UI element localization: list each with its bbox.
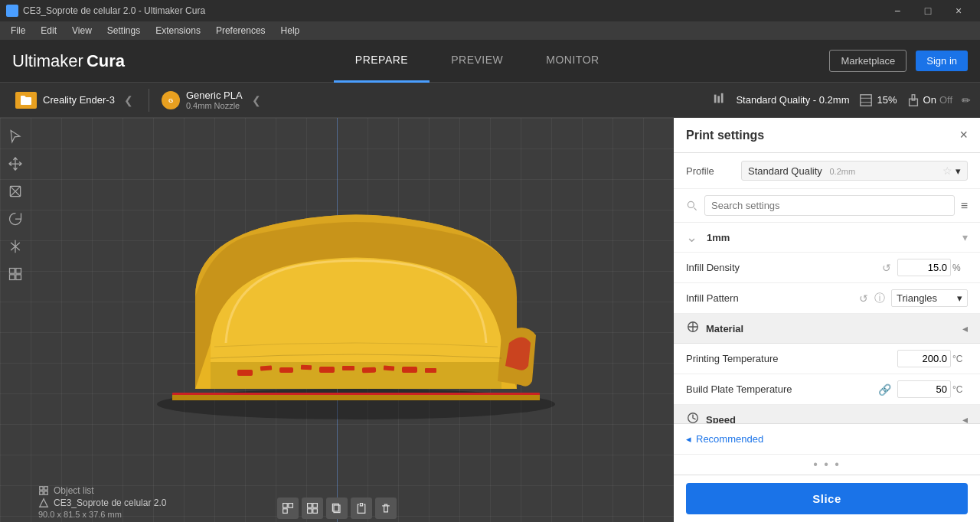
material-section-chevron[interactable]: ◂ <box>962 322 968 334</box>
svg-rect-9 <box>912 94 915 100</box>
move-tool-button[interactable] <box>3 152 28 176</box>
machine-name: Creality Ender-3 <box>43 94 115 106</box>
print-temp-label: Printing Temperature <box>686 353 891 364</box>
machine-chevron[interactable]: ❮ <box>121 91 136 109</box>
svg-rect-34 <box>308 504 312 508</box>
search-input[interactable] <box>704 195 955 216</box>
window-controls: − □ × <box>882 0 974 21</box>
print-panel: Print settings × Profile Standard Qualit… <box>674 118 980 522</box>
close-button[interactable]: × <box>943 0 974 21</box>
speed-header-left: Speed <box>686 411 736 423</box>
support-on: On <box>923 94 936 106</box>
svg-rect-24 <box>384 366 394 371</box>
maximize-button[interactable]: □ <box>913 0 943 21</box>
filter-icon[interactable]: ≡ <box>961 199 968 213</box>
paste-button[interactable] <box>351 498 372 519</box>
profile-label: Profile <box>686 165 732 177</box>
print-temp-input[interactable] <box>897 350 951 367</box>
slice-bar: Slice <box>674 475 980 522</box>
slice-button[interactable]: Slice <box>686 483 968 514</box>
build-plate-link-icon[interactable]: 🔗 <box>878 383 891 396</box>
material-info: Generic PLA 0.4mm Nozzle <box>186 90 243 110</box>
svg-rect-12 <box>16 269 21 274</box>
tab-monitor[interactable]: MONITOR <box>524 40 620 83</box>
tab-preview[interactable]: PREVIEW <box>430 40 524 83</box>
infill-section: 15% <box>859 93 897 107</box>
print-temp-row: Printing Temperature °C <box>674 344 980 374</box>
svg-rect-28 <box>44 487 47 490</box>
infill-density-input[interactable] <box>897 259 951 276</box>
infill-density-reset[interactable]: ↺ <box>882 262 891 274</box>
svg-rect-22 <box>342 366 354 370</box>
profile-row: Profile Standard Quality 0.2mm ☆ ▾ <box>674 153 980 189</box>
menu-edit[interactable]: Edit <box>33 21 64 40</box>
svg-point-40 <box>688 201 694 207</box>
dots: • • • <box>813 458 841 471</box>
infill-pattern-dropdown[interactable]: Triangles ▾ <box>891 289 968 307</box>
menu-file[interactable]: File <box>3 21 33 40</box>
menu-settings[interactable]: Settings <box>100 21 148 40</box>
app-icon <box>6 5 18 17</box>
object-dims: 90.0 x 81.5 x 37.6 mm <box>38 510 166 519</box>
menu-view[interactable]: View <box>64 21 100 40</box>
viewport[interactable]: Object list CE3_Soprote de celular 2.0 9… <box>0 118 674 522</box>
tab-prepare[interactable]: PREPARE <box>334 40 430 83</box>
scale-tool-button[interactable] <box>3 179 28 204</box>
chevron-down-icon[interactable]: ▾ <box>956 165 961 177</box>
panel-close-button[interactable]: × <box>959 127 968 143</box>
marketplace-button[interactable]: Marketplace <box>829 50 906 72</box>
material-section-header[interactable]: Material ◂ <box>674 314 980 344</box>
material-nozzle: 0.4mm Nozzle <box>186 101 243 110</box>
infill-pattern-value: Triangles <box>897 292 937 304</box>
rotate-tool-button[interactable] <box>3 207 28 231</box>
quality-name: Standard Quality - 0.2mm <box>736 94 849 106</box>
recommended-button[interactable]: ◂ Recommended <box>686 433 763 445</box>
model-3d <box>96 159 616 435</box>
star-icon[interactable]: ☆ <box>942 165 952 177</box>
material-section: G Generic PLA 0.4mm Nozzle ❮ <box>155 90 270 110</box>
profile-select[interactable]: Standard Quality 0.2mm ☆ ▾ <box>741 161 968 181</box>
profile-sub: 0.2mm <box>829 167 855 176</box>
per-model-settings-button[interactable] <box>3 262 28 286</box>
speed-section-header[interactable]: Speed ◂ <box>674 405 980 423</box>
minimize-button[interactable]: − <box>882 0 913 21</box>
mirror-tool-button[interactable] <box>3 234 28 259</box>
infill-pattern-reset[interactable]: ↺ <box>859 292 868 305</box>
menu-help[interactable]: Help <box>273 21 308 40</box>
object-list-toggle[interactable]: Object list <box>38 485 166 496</box>
infill-pattern-chevron: ▾ <box>957 292 962 304</box>
infill-pattern-setting: Infill Pattern ↺ ⓘ Triangles ▾ <box>674 283 980 314</box>
object-list-label: Object list <box>54 485 94 496</box>
speed-section-chevron[interactable]: ◂ <box>962 413 968 423</box>
svg-rect-35 <box>313 509 318 514</box>
copy-button[interactable] <box>326 498 348 519</box>
bottom-info: Object list CE3_Soprote de celular 2.0 9… <box>38 485 166 519</box>
svg-rect-36 <box>308 509 312 514</box>
infill-pct: 15% <box>877 94 897 106</box>
bottom-toolbar <box>277 498 397 519</box>
svg-rect-5 <box>860 94 871 105</box>
search-bar: ≡ <box>674 189 980 223</box>
infill-density-text: Infill Density <box>686 262 876 273</box>
title-bar: CE3_Soprote de celular 2.0 - Ultimaker C… <box>0 0 980 21</box>
infill-density-row: ⌄ 1mm ▾ <box>674 223 980 253</box>
svg-rect-4 <box>721 93 724 103</box>
menu-extensions[interactable]: Extensions <box>148 21 208 40</box>
menu-preferences[interactable]: Preferences <box>208 21 273 40</box>
support-off: Off <box>939 94 952 106</box>
material-chevron[interactable]: ❮ <box>249 91 264 109</box>
delete-button[interactable] <box>375 498 397 519</box>
svg-rect-2 <box>714 94 717 103</box>
grid-button[interactable] <box>302 498 323 519</box>
arrange-button[interactable] <box>277 498 299 519</box>
recommended-label: Recommended <box>696 433 763 445</box>
machine-bar: Creality Ender-3 ❮ G Generic PLA 0.4mm N… <box>0 83 980 118</box>
signin-button[interactable]: Sign in <box>916 51 968 71</box>
infill-chevron[interactable]: ▾ <box>962 231 968 243</box>
infill-pattern-info[interactable]: ⓘ <box>874 292 885 305</box>
build-plate-input[interactable] <box>897 380 951 398</box>
logo-ultimaker: Ultimaker <box>12 51 83 71</box>
material-icon: G <box>162 91 180 109</box>
select-tool-button[interactable] <box>3 124 28 148</box>
edit-icon[interactable]: ✏ <box>962 94 971 106</box>
